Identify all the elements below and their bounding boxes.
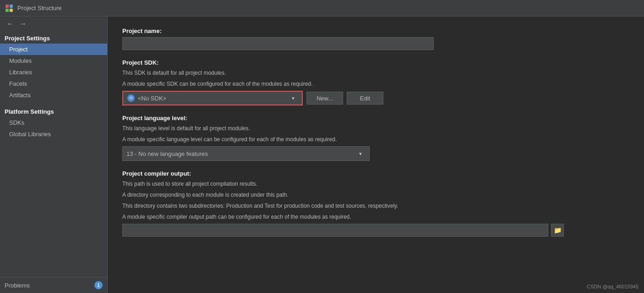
problems-label: Problems (5, 282, 30, 289)
svg-rect-3 (10, 9, 13, 12)
app-icon (5, 4, 14, 13)
compiler-output-desc1: This path is used to store all project c… (122, 180, 629, 188)
problems-section: Problems 1 (0, 277, 107, 293)
project-settings-header: Project Settings (0, 31, 107, 44)
compiler-output-label: Project compiler output: (122, 170, 629, 177)
project-name-group: Project name: (122, 28, 629, 50)
problems-item[interactable]: Problems 1 (0, 277, 107, 293)
sidebar-item-project[interactable]: Project (0, 44, 107, 55)
compiler-output-desc4: A module specific compiler output path c… (122, 213, 629, 221)
language-level-value: 13 - No new language features (126, 150, 208, 157)
titlebar: Project Structure (0, 0, 644, 17)
sidebar-item-sdks-label: SDKs (9, 119, 24, 126)
project-name-label: Project name: (122, 28, 629, 34)
project-language-level-group: Project language level: This language le… (122, 115, 629, 161)
sidebar-item-modules-label: Modules (9, 57, 32, 64)
sidebar-item-sdks[interactable]: SDKs (0, 117, 107, 128)
sidebar: ← → Project Settings Project Modules Lib… (0, 17, 108, 293)
svg-rect-2 (5, 9, 9, 12)
new-sdk-button[interactable]: New... (306, 92, 343, 105)
project-language-level-label: Project language level: (122, 115, 629, 122)
sdk-dropdown-wrapper: <No SDK> ▼ (122, 91, 303, 105)
sidebar-item-artifacts[interactable]: Artifacts (0, 89, 107, 101)
project-lang-desc2: A module specific language level can be … (122, 135, 629, 144)
project-sdk-label: Project SDK: (122, 59, 629, 66)
sidebar-item-modules[interactable]: Modules (0, 55, 107, 66)
sidebar-item-facets-label: Facets (9, 80, 27, 87)
sidebar-item-project-label: Project (9, 46, 27, 53)
sdk-icon (127, 94, 135, 102)
compiler-output-desc2: A directory corresponding to each module… (122, 191, 629, 199)
project-sdk-desc1: This SDK is default for all project modu… (122, 69, 629, 77)
project-sdk-group: Project SDK: This SDK is default for all… (122, 59, 629, 105)
watermark: CSDN @qq_46015945 (587, 284, 639, 289)
forward-button[interactable]: → (17, 19, 28, 28)
sidebar-item-facets[interactable]: Facets (0, 78, 107, 89)
project-sdk-desc2: A module specific SDK can be configured … (122, 80, 629, 88)
sidebar-item-global-libraries[interactable]: Global Libraries (0, 128, 107, 140)
main-layout: ← → Project Settings Project Modules Lib… (0, 17, 644, 293)
language-level-dropdown[interactable]: 13 - No new language features ▼ (122, 146, 370, 161)
svg-point-5 (129, 96, 133, 100)
edit-sdk-button[interactable]: Edit (347, 92, 383, 105)
project-compiler-output-group: Project compiler output: This path is us… (122, 170, 629, 237)
sidebar-spacer (0, 101, 107, 105)
sdk-dropdown[interactable]: <No SDK> ▼ (123, 92, 302, 105)
folder-browse-button[interactable]: 📁 (551, 224, 564, 237)
sdk-row: <No SDK> ▼ New... Edit (122, 91, 629, 105)
sidebar-item-libraries-label: Libraries (9, 69, 32, 76)
compiler-output-desc3: This directory contains two subdirectori… (122, 202, 629, 210)
sdk-dropdown-arrow: ▼ (288, 96, 298, 101)
svg-rect-6 (130, 100, 132, 100)
sidebar-item-artifacts-label: Artifacts (9, 92, 31, 99)
compiler-output-row: 📁 (122, 224, 629, 237)
content-area: Project name: Project SDK: This SDK is d… (108, 17, 644, 293)
sdk-value-text: <No SDK> (138, 95, 166, 102)
nav-buttons: ← → (0, 17, 107, 31)
sidebar-item-global-libraries-label: Global Libraries (9, 131, 51, 138)
svg-rect-0 (5, 5, 9, 8)
project-lang-desc1: This language level is default for all p… (122, 124, 629, 133)
titlebar-title: Project Structure (17, 5, 62, 11)
platform-settings-header: Platform Settings (0, 105, 107, 117)
back-button[interactable]: ← (5, 19, 16, 28)
language-level-arrow: ▼ (355, 151, 366, 156)
compiler-output-input[interactable] (122, 224, 548, 237)
sdk-dropdown-inner: <No SDK> (127, 94, 288, 102)
problems-badge: 1 (94, 281, 103, 289)
sidebar-item-libraries[interactable]: Libraries (0, 66, 107, 78)
project-name-input[interactable] (122, 37, 434, 50)
svg-rect-1 (10, 5, 13, 8)
folder-icon: 📁 (554, 227, 562, 234)
